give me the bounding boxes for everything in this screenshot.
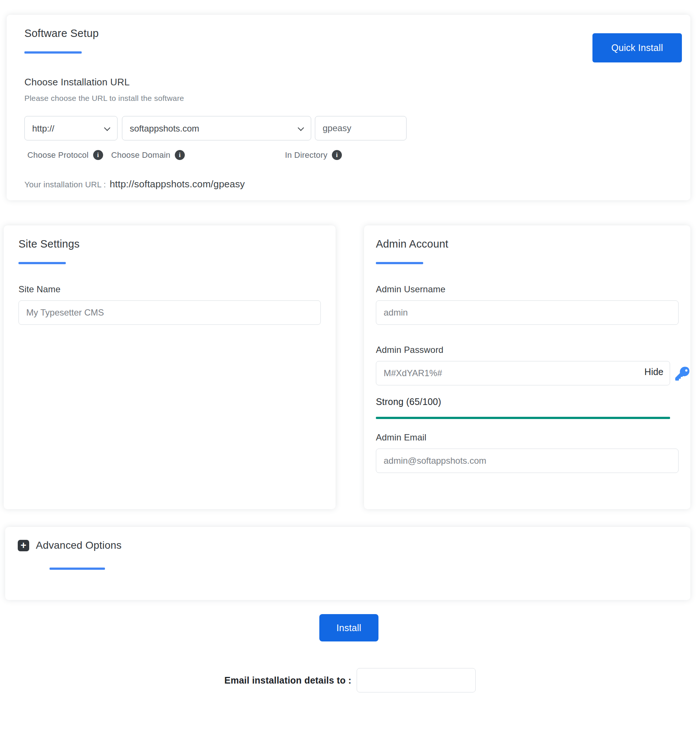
key-icon: [675, 376, 690, 382]
site-settings-title: Site Settings: [19, 238, 321, 250]
title-underline: [50, 567, 105, 570]
admin-email-input[interactable]: [376, 448, 679, 473]
info-icon[interactable]: i: [332, 150, 342, 160]
admin-account-title: Admin Account: [376, 238, 679, 250]
title-underline: [376, 262, 423, 264]
info-icon[interactable]: i: [175, 150, 185, 160]
install-button[interactable]: Install: [319, 614, 378, 642]
admin-password-input-wrap: Hide: [376, 361, 670, 385]
domain-select-wrap: softappshots.com: [122, 116, 311, 140]
your-installation-url-row: Your installation URL : http://softappsh…: [24, 178, 673, 190]
generate-password-button[interactable]: [675, 366, 690, 381]
in-directory-label: In Directory: [285, 150, 328, 160]
software-setup-card: Software Setup Quick Install Choose Inst…: [7, 15, 690, 200]
installation-url-inputs-row: http:// softappshots.com: [24, 116, 673, 140]
admin-email-label: Admin Email: [376, 432, 679, 443]
hide-password-button[interactable]: Hide: [644, 367, 663, 377]
password-strength-bar-fill: [376, 417, 670, 419]
settings-row: Site Settings Site Name Admin Account Ad…: [4, 225, 690, 509]
title-underline: [19, 262, 66, 264]
domain-select[interactable]: softappshots.com: [122, 116, 311, 140]
site-name-label: Site Name: [19, 284, 321, 294]
email-details-label: Email installation details to :: [224, 675, 351, 686]
advanced-options-toggle[interactable]: + Advanced Options: [18, 539, 678, 551]
info-icon[interactable]: i: [93, 150, 103, 160]
site-settings-card: Site Settings Site Name: [4, 225, 335, 509]
your-installation-url-label: Your installation URL :: [24, 180, 106, 190]
admin-username-input[interactable]: [376, 300, 679, 325]
admin-account-card: Admin Account Admin Username Admin Passw…: [364, 225, 690, 509]
admin-password-row: Hide: [376, 361, 679, 385]
your-installation-url-value: http://softappshots.com/gpeasy: [110, 178, 245, 190]
admin-password-label: Admin Password: [376, 345, 679, 355]
admin-username-label: Admin Username: [376, 284, 679, 294]
protocol-select-wrap: http://: [24, 116, 118, 140]
choose-protocol-label: Choose Protocol: [27, 150, 89, 160]
choose-domain-label: Choose Domain: [111, 150, 171, 160]
plus-icon: +: [18, 540, 29, 551]
admin-password-input[interactable]: [376, 361, 670, 385]
quick-install-button[interactable]: Quick Install: [593, 33, 682, 62]
choose-installation-url-subtitle: Please choose the URL to install the sof…: [24, 94, 673, 103]
site-name-input[interactable]: [19, 300, 321, 325]
password-strength-text: Strong (65/100): [376, 397, 679, 407]
advanced-options-title: Advanced Options: [36, 539, 122, 551]
email-details-row: Email installation details to :: [0, 668, 700, 692]
choose-installation-url-title: Choose Installation URL: [24, 76, 673, 88]
password-strength-bar: [376, 417, 670, 419]
title-underline: [24, 51, 82, 54]
installation-url-hints-row: Choose Protocol i Choose Domain i In Dir…: [24, 150, 673, 160]
email-details-input[interactable]: [357, 668, 476, 692]
protocol-select[interactable]: http://: [24, 116, 118, 140]
advanced-options-card: + Advanced Options: [5, 527, 690, 600]
directory-input[interactable]: [315, 116, 407, 140]
software-setup-title: Software Setup: [24, 27, 673, 40]
